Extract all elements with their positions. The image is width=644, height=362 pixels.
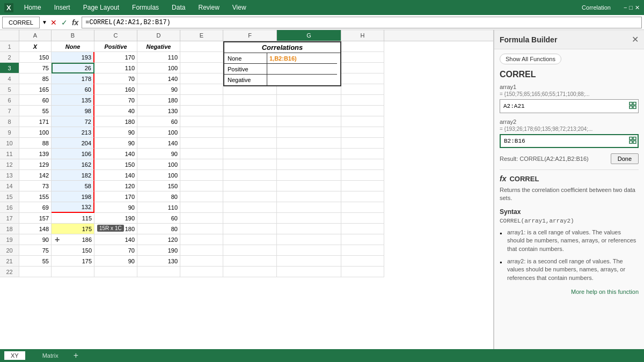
cell-a17[interactable]: 157 <box>19 213 52 224</box>
col-header-b[interactable]: B <box>52 30 94 41</box>
cell-h13[interactable] <box>341 170 384 181</box>
col-header-c[interactable]: C <box>94 30 137 41</box>
cell-e7[interactable] <box>180 106 223 116</box>
cell-h1[interactable] <box>341 41 384 52</box>
cell-e18[interactable] <box>180 224 223 234</box>
cell-g21[interactable] <box>277 256 341 267</box>
cell-c21[interactable]: 90 <box>94 256 137 267</box>
cell-a14[interactable]: 73 <box>19 181 52 191</box>
cell-h9[interactable] <box>341 127 384 138</box>
cell-e11[interactable] <box>180 149 223 159</box>
cell-g16[interactable] <box>277 202 341 213</box>
cell-h18[interactable] <box>341 224 384 234</box>
cell-e10[interactable] <box>180 138 223 149</box>
cell-h16[interactable] <box>341 202 384 213</box>
cell-h11[interactable] <box>341 149 384 159</box>
corr-value-positive[interactable] <box>267 64 337 75</box>
col-header-h[interactable]: H <box>341 30 384 41</box>
cell-d14[interactable]: 150 <box>137 181 180 191</box>
cell-e22[interactable] <box>180 267 223 277</box>
show-all-functions-button[interactable]: Show All Functions <box>500 54 561 64</box>
menu-insert[interactable]: Insert <box>49 2 76 13</box>
name-box-arrow[interactable]: ▼ <box>42 19 47 25</box>
menu-data[interactable]: Data <box>166 2 191 13</box>
col-header-d[interactable]: D <box>137 30 180 41</box>
cell-c13[interactable]: 140 <box>94 170 137 181</box>
cell-d8[interactable]: 60 <box>137 116 180 127</box>
cell-c11[interactable]: 140 <box>94 149 137 159</box>
cell-a4[interactable]: 85 <box>19 73 52 84</box>
cell-d9[interactable]: 100 <box>137 127 180 138</box>
cell-e19[interactable] <box>180 234 223 245</box>
cell-c4[interactable]: 70 <box>94 73 137 84</box>
cell-e4[interactable] <box>180 73 223 84</box>
cell-c17[interactable]: 190 <box>94 213 137 224</box>
menu-view[interactable]: View <box>227 2 252 13</box>
cell-e6[interactable] <box>180 95 223 106</box>
cell-h22[interactable] <box>341 267 384 277</box>
cell-a9[interactable]: 100 <box>19 127 52 138</box>
cell-b20[interactable]: 150 <box>52 245 94 256</box>
cell-b18[interactable]: 175 15R x 1C <box>52 224 94 234</box>
cell-a19[interactable]: 90 <box>19 234 52 245</box>
cell-e20[interactable] <box>180 245 223 256</box>
cell-f1[interactable]: Correlations None 1,B2:B16) Positive Neg… <box>223 41 277 52</box>
cell-b16[interactable]: 132 <box>52 202 94 213</box>
cell-a1[interactable]: X <box>19 41 52 52</box>
formula-input[interactable] <box>82 17 642 28</box>
cell-c3[interactable]: 110 <box>94 63 137 73</box>
cell-e15[interactable] <box>180 191 223 202</box>
cell-a5[interactable]: 165 <box>19 84 52 95</box>
cell-f21[interactable] <box>223 256 277 267</box>
cell-b6[interactable]: 135 <box>52 95 94 106</box>
cell-h21[interactable] <box>341 256 384 267</box>
cell-e5[interactable] <box>180 84 223 95</box>
menu-formulas[interactable]: Formulas <box>127 2 164 13</box>
cancel-formula-icon[interactable]: ✕ <box>49 18 58 27</box>
cell-b21[interactable]: 175 <box>52 256 94 267</box>
cell-f17[interactable] <box>223 213 277 224</box>
cell-e1[interactable] <box>180 41 223 52</box>
cell-c5[interactable]: 160 <box>94 84 137 95</box>
cell-a8[interactable]: 171 <box>19 116 52 127</box>
cell-d2[interactable]: 110 <box>137 52 180 63</box>
cell-c10[interactable]: 90 <box>94 138 137 149</box>
cell-e21[interactable] <box>180 256 223 267</box>
cell-e14[interactable] <box>180 181 223 191</box>
cell-g17[interactable] <box>277 213 341 224</box>
menu-home[interactable]: Home <box>19 2 47 13</box>
cell-b22[interactable] <box>52 267 94 277</box>
cell-b17[interactable]: 115 <box>52 213 94 224</box>
add-sheet-button[interactable]: + <box>74 351 78 360</box>
col-header-g[interactable]: G <box>277 30 341 41</box>
corr-label-none[interactable]: None <box>224 53 267 64</box>
cell-h3[interactable] <box>341 63 384 73</box>
cell-a15[interactable]: 155 <box>19 191 52 202</box>
cell-h8[interactable] <box>341 116 384 127</box>
cell-c19[interactable]: 140 <box>94 234 137 245</box>
menu-page-layout[interactable]: Page Layout <box>78 2 125 13</box>
cell-a3[interactable]: 75 <box>19 63 52 73</box>
corr-label-positive[interactable]: Positive <box>224 64 267 75</box>
cell-e12[interactable] <box>180 159 223 170</box>
cell-a10[interactable]: 88 <box>19 138 52 149</box>
cell-h6[interactable] <box>341 95 384 106</box>
cell-d7[interactable]: 130 <box>137 106 180 116</box>
cell-g11[interactable] <box>277 149 341 159</box>
cell-c15[interactable]: 170 <box>94 191 137 202</box>
cell-g19[interactable] <box>277 234 341 245</box>
cell-h19[interactable] <box>341 234 384 245</box>
cell-f18[interactable] <box>223 224 277 234</box>
cell-f8[interactable] <box>223 116 277 127</box>
cell-d17[interactable]: 60 <box>137 213 180 224</box>
cell-h2[interactable] <box>341 52 384 63</box>
cell-c12[interactable]: 150 <box>94 159 137 170</box>
cell-g15[interactable] <box>277 191 341 202</box>
cell-g14[interactable] <box>277 181 341 191</box>
cell-f15[interactable] <box>223 191 277 202</box>
cell-f22[interactable] <box>223 267 277 277</box>
cell-b14[interactable]: 58 <box>52 181 94 191</box>
col-header-e[interactable]: E <box>180 30 223 41</box>
cell-f14[interactable] <box>223 181 277 191</box>
cell-b12[interactable]: 162 <box>52 159 94 170</box>
